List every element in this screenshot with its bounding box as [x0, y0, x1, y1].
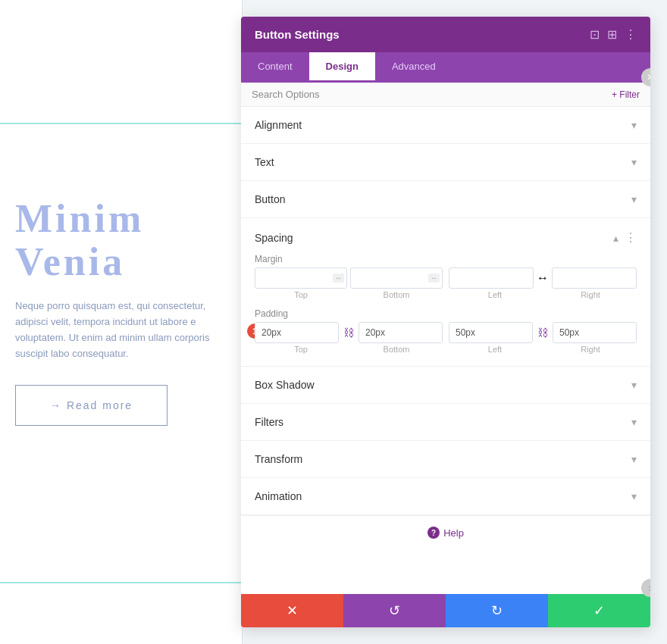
- margin-bottom-label: Bottom: [350, 290, 443, 299]
- panel-menu-icon[interactable]: ⋮: [625, 27, 637, 42]
- redo-button[interactable]: ↻: [446, 594, 548, 627]
- padding-left-label: Left: [449, 345, 541, 354]
- button-settings-panel: Button Settings ⊡ ⊞ ⋮ Content Design Adv…: [241, 17, 650, 627]
- padding-bottom-wrap: [359, 322, 443, 343]
- box-shadow-label: Box Shadow: [255, 379, 315, 391]
- padding-tb-link-icon[interactable]: ⛓: [342, 322, 355, 343]
- filter-button[interactable]: + Filter: [612, 89, 640, 100]
- page-body-text: Neque porro quisquam est, qui consectetu…: [15, 299, 227, 361]
- margin-top-unit: ↔: [333, 274, 344, 283]
- spacing-header[interactable]: Spacing ▴ ⋮: [241, 218, 650, 254]
- panel-footer: ✕ ↺ ↻ ✓: [241, 594, 650, 627]
- padding-top-input[interactable]: [255, 322, 339, 343]
- padding-top-wrap: [255, 322, 339, 343]
- margin-bottom-unit: ↔: [428, 274, 440, 283]
- help-button[interactable]: Help: [443, 527, 464, 539]
- margin-bottom-wrap: ↔: [350, 267, 443, 289]
- margin-right-input[interactable]: [552, 267, 637, 289]
- panel-body: Alignment ▾ Text ▾ Button ▾ Spacing ▴ ⋮: [241, 107, 650, 594]
- button-chevron-icon: ▾: [631, 193, 637, 205]
- spacing-title: Spacing: [255, 232, 293, 244]
- save-button[interactable]: ✓: [548, 594, 650, 627]
- margin-field-labels: Top Bottom Left Right: [255, 290, 637, 299]
- text-chevron-icon: ▾: [631, 156, 637, 168]
- button-label: Button: [255, 193, 285, 205]
- help-icon: ?: [427, 527, 440, 539]
- padding-left-right: ⛓: [449, 322, 637, 343]
- search-label: Search Options: [252, 89, 320, 100]
- padding-top-bottom: ⛓: [255, 322, 443, 343]
- margin-link-icon: ↔: [537, 271, 549, 285]
- margin-left-right: ↔: [449, 267, 637, 289]
- padding-top-label: Top: [255, 345, 347, 354]
- panel-title: Button Settings: [255, 28, 340, 41]
- padding-container: 1 Padding ⛓: [255, 308, 637, 354]
- help-row: ? Help: [241, 515, 650, 549]
- cancel-icon: ✕: [287, 602, 298, 619]
- bottom-accent-line: [0, 582, 243, 583]
- filters-chevron-icon: ▾: [631, 416, 637, 428]
- transform-section[interactable]: Transform ▾: [241, 441, 650, 478]
- redo-icon: ↻: [491, 602, 503, 619]
- alignment-label: Alignment: [255, 119, 302, 131]
- filters-section[interactable]: Filters ▾: [241, 404, 650, 441]
- animation-chevron-icon: ▾: [631, 490, 637, 502]
- spacing-chevron-up-icon: ▴: [613, 232, 618, 244]
- tab-content[interactable]: Content: [241, 52, 309, 83]
- box-shadow-chevron-icon: ▾: [631, 379, 637, 391]
- margin-tb-labels: Top Bottom: [255, 290, 443, 299]
- filters-label: Filters: [255, 416, 283, 428]
- padding-left-input[interactable]: [449, 322, 533, 343]
- panel-header-icons: ⊡ ⊞ ⋮: [590, 27, 637, 42]
- spacing-fields: Margin ↔ ↔: [241, 254, 650, 366]
- cancel-button[interactable]: ✕: [241, 594, 343, 627]
- margin-left-wrap: [449, 267, 534, 289]
- spacing-menu-icon[interactable]: ⋮: [625, 230, 637, 245]
- margin-left-label: Left: [449, 290, 541, 299]
- animation-section[interactable]: Animation ▾: [241, 478, 650, 515]
- read-more-button[interactable]: → Read more: [15, 385, 168, 426]
- margin-lr-labels: Left Right: [449, 290, 637, 299]
- padding-label: Padding: [255, 308, 637, 319]
- button-section[interactable]: Button ▾: [241, 181, 650, 218]
- margin-right-label: Right: [544, 290, 637, 299]
- panel-header: Button Settings ⊡ ⊞ ⋮: [241, 17, 650, 52]
- margin-right-wrap: [552, 267, 637, 289]
- page-heading: Minim Venia: [15, 197, 227, 283]
- page-background: Minim Venia Neque porro quisquam est, qu…: [0, 0, 243, 644]
- tab-advanced[interactable]: Advanced: [375, 52, 452, 83]
- padding-right-label: Right: [544, 345, 637, 354]
- padding-right-wrap: [553, 322, 637, 343]
- padding-bottom-input[interactable]: [359, 322, 443, 343]
- margin-row: ↔ ↔ ↔: [255, 267, 637, 289]
- panel-columns-icon[interactable]: ⊞: [607, 27, 617, 42]
- margin-top-label: Top: [255, 290, 347, 299]
- text-label: Text: [255, 156, 274, 168]
- padding-left-wrap: [449, 322, 533, 343]
- margin-top-bottom: ↔ ↔: [255, 267, 443, 289]
- padding-bottom-label: Bottom: [350, 345, 443, 354]
- undo-button[interactable]: ↺: [343, 594, 446, 627]
- alignment-section[interactable]: Alignment ▾: [241, 107, 650, 144]
- padding-right-input[interactable]: [553, 322, 637, 343]
- margin-label: Margin: [255, 254, 637, 264]
- search-bar: Search Options + Filter: [241, 83, 650, 107]
- spacing-header-icons: ▴ ⋮: [613, 230, 637, 245]
- box-shadow-section[interactable]: Box Shadow ▾: [241, 367, 650, 404]
- padding-lr-labels: Left Right: [449, 345, 637, 354]
- transform-chevron-icon: ▾: [631, 453, 637, 465]
- panel-tabs: Content Design Advanced: [241, 52, 650, 83]
- alignment-chevron-icon: ▾: [631, 119, 637, 131]
- tab-design[interactable]: Design: [309, 52, 375, 83]
- spacing-section: Spacing ▴ ⋮ Margin ↔: [241, 218, 650, 367]
- margin-top-wrap: ↔: [255, 267, 347, 289]
- padding-lr-link-icon[interactable]: ⛓: [536, 322, 550, 343]
- save-icon: ✓: [593, 602, 605, 619]
- padding-tb-labels: Top Bottom: [255, 345, 443, 354]
- undo-icon: ↺: [389, 602, 400, 619]
- text-section[interactable]: Text ▾: [241, 144, 650, 181]
- panel-window-icon[interactable]: ⊡: [590, 27, 600, 42]
- padding-field-labels: Top Bottom Left Right: [255, 345, 637, 354]
- margin-left-input[interactable]: [449, 267, 534, 289]
- padding-row: ⛓ ⛓: [255, 322, 637, 343]
